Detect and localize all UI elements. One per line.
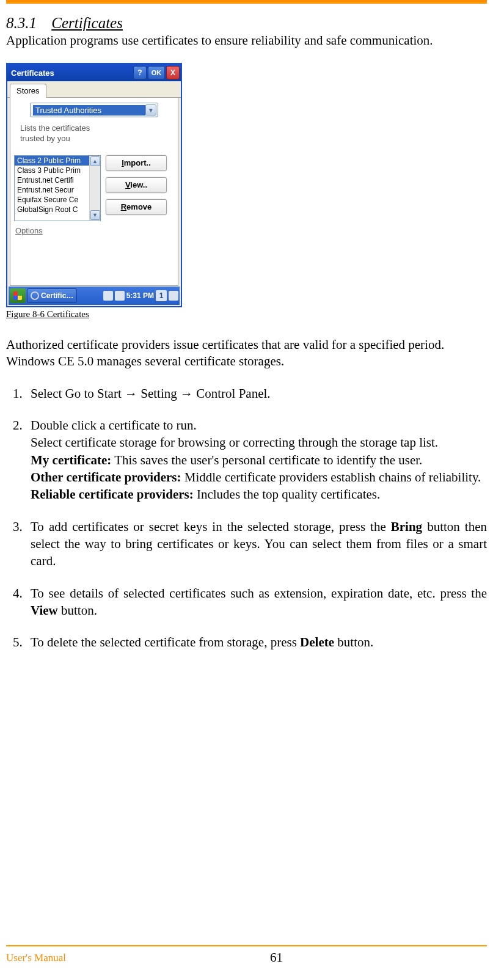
list-item[interactable]: GlobalSign Root C xyxy=(15,205,100,214)
tab-strip: Stores xyxy=(7,81,181,98)
paragraph-authorized: Authorized certificate providers issue c… xyxy=(6,337,487,370)
tray-network-icon[interactable] xyxy=(103,291,113,301)
step-4: To see details of selected certificates … xyxy=(26,585,487,620)
window-titlebar: Certificates ? OK X xyxy=(7,64,181,81)
step-5-bold: Delete xyxy=(300,635,334,649)
my-certificate-text: This saves the user's personal certifica… xyxy=(111,453,422,467)
page-top-rule xyxy=(6,0,487,4)
step-2-line2: Select certificate storage for browsing … xyxy=(31,434,487,451)
certificate-listbox[interactable]: Class 2 Public Prim Class 3 Public Prim … xyxy=(14,155,101,221)
footer-rule xyxy=(6,945,487,946)
tray-volume-icon[interactable] xyxy=(115,291,125,301)
step-2-my: My certificate: This saves the user's pe… xyxy=(31,452,487,469)
tray-desktop-icon[interactable] xyxy=(169,291,178,301)
my-certificate-label: My certificate: xyxy=(31,453,111,467)
import-button[interactable]: Import.. xyxy=(106,155,167,171)
chevron-down-icon: ▼ xyxy=(145,104,156,115)
step-1-text: Select Go to Start → Setting → Control P… xyxy=(31,386,271,401)
clock[interactable]: 5:31 PM xyxy=(126,291,154,300)
step-1: Select Go to Start → Setting → Control P… xyxy=(26,385,487,402)
step-4-bold: View xyxy=(31,603,58,618)
taskbar: Certific… 5:31 PM 1 xyxy=(9,287,180,305)
step-2: Double click a certificate to run. Selec… xyxy=(26,417,487,503)
tray-input-indicator[interactable]: 1 xyxy=(156,290,167,301)
step-2-line1: Double click a certificate to run. xyxy=(31,417,487,434)
reliable-providers-text: Includes the top quality certificates. xyxy=(194,487,381,502)
step-2-other: Other certificate providers: Middle cert… xyxy=(31,469,487,486)
list-item[interactable]: Class 3 Public Prim xyxy=(15,166,100,175)
options-link[interactable]: Options xyxy=(15,226,174,235)
scrollbar[interactable]: ▲ ▼ xyxy=(89,156,100,221)
scroll-up-icon[interactable]: ▲ xyxy=(90,156,100,166)
certificates-screenshot: Certificates ? OK X Stores Trusted Autho… xyxy=(6,63,182,307)
other-providers-text: Middle certificate providers establish c… xyxy=(181,470,481,485)
taskbar-item-label: Certific… xyxy=(41,291,73,300)
step-3: To add certificates or secret keys in th… xyxy=(26,518,487,570)
section-heading: 8.3.1 Certificates xyxy=(6,15,487,32)
step-5: To delete the selected certificate from … xyxy=(26,634,487,651)
section-number: 8.3.1 xyxy=(6,15,37,32)
section-title-text: Certificates xyxy=(51,15,123,31)
view-button[interactable]: View.. xyxy=(106,177,167,193)
button-column: Import.. View.. Remove xyxy=(106,155,167,221)
steps-list: Select Go to Start → Setting → Control P… xyxy=(6,385,487,651)
list-item[interactable]: Equifax Secure Ce xyxy=(15,195,100,205)
list-item[interactable]: Class 2 Public Prim xyxy=(15,156,100,166)
start-button[interactable] xyxy=(10,288,26,303)
store-caption-line2: trusted by you xyxy=(20,134,170,144)
system-tray: 5:31 PM 1 xyxy=(103,290,178,301)
list-item[interactable]: Entrust.net Secur xyxy=(15,185,100,195)
ok-button[interactable]: OK xyxy=(148,66,165,79)
store-dropdown[interactable]: Trusted Authorities ▼ xyxy=(30,103,158,117)
scroll-down-icon[interactable]: ▼ xyxy=(90,210,100,220)
step-4-post: button. xyxy=(58,603,97,618)
tab-stores[interactable]: Stores xyxy=(10,84,46,98)
footer-manual-label: User's Manual xyxy=(6,952,66,964)
step-4-pre: To see details of selected certificates … xyxy=(31,586,487,601)
step-5-post: button. xyxy=(334,635,373,649)
remove-button[interactable]: Remove xyxy=(106,199,167,215)
step-5-pre: To delete the selected certificate from … xyxy=(31,635,300,649)
store-caption-line1: Lists the certificates xyxy=(20,123,170,134)
window-title: Certificates xyxy=(11,68,132,78)
dialog-body: Trusted Authorities ▼ Lists the certific… xyxy=(10,98,178,286)
windows-flag-icon xyxy=(13,291,22,300)
step-2-reliable: Reliable certificate providers: Includes… xyxy=(31,486,487,503)
reliable-providers-label: Reliable certificate providers: xyxy=(31,487,194,502)
help-button[interactable]: ? xyxy=(133,66,147,79)
store-dropdown-selected: Trusted Authorities xyxy=(33,105,145,115)
page-footer: User's Manual 61 xyxy=(6,945,487,965)
list-item[interactable]: Entrust.net Certifi xyxy=(15,175,100,185)
gear-icon xyxy=(31,291,39,300)
figure-caption: Figure 8-6 Certificates xyxy=(6,309,487,320)
other-providers-label: Other certificate providers: xyxy=(31,470,181,485)
store-caption: Lists the certificates trusted by you xyxy=(20,123,170,144)
close-button[interactable]: X xyxy=(166,66,180,79)
step-3-pre: To add certificates or secret keys in th… xyxy=(31,519,391,534)
intro-paragraph: Application programs use certificates to… xyxy=(6,33,487,48)
footer-page-number: 61 xyxy=(66,950,487,965)
taskbar-item-certificates[interactable]: Certific… xyxy=(27,288,77,303)
step-3-bold: Bring xyxy=(391,519,422,534)
